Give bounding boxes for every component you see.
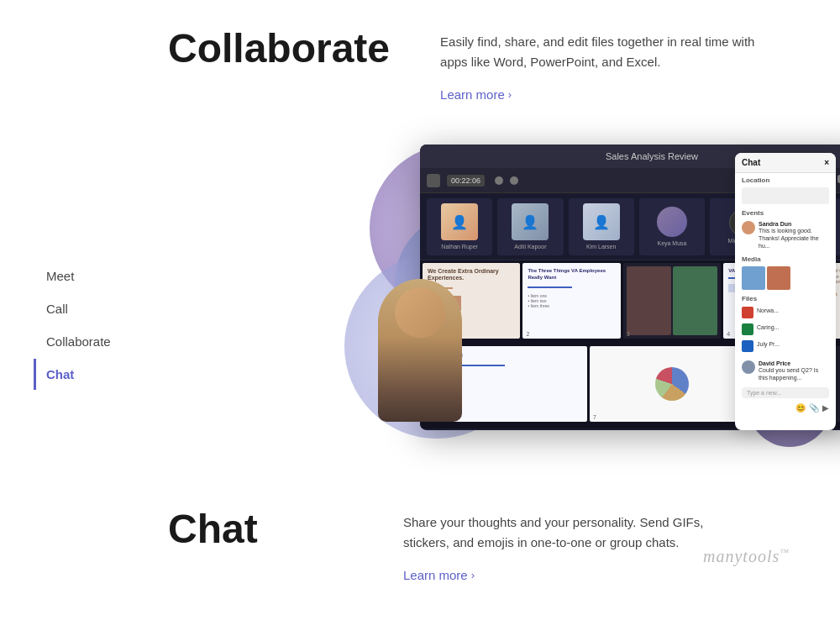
chat-input-area[interactable]: Type a new... [742, 387, 829, 398]
grid-icon [427, 174, 440, 187]
participant-name-2: Aditi Kapoor [514, 244, 546, 250]
collaborate-section: Collaborate Easily find, share, and edit… [134, 0, 840, 119]
file-item-3: July Pr... [735, 338, 836, 355]
chat-panel-title: Chat [742, 158, 760, 167]
sidebar-item-call[interactable]: Call [34, 293, 134, 324]
emoji-icon[interactable]: 😊 [795, 403, 806, 413]
participant-name-1: Nathan Ruper [441, 244, 478, 250]
collaborate-learn-more-text: Learn more [440, 87, 505, 102]
media-thumbnails [735, 265, 836, 292]
file-icon-ppt [742, 307, 753, 318]
participant-avatar-2: 👤 [512, 203, 549, 240]
chat-section-files: Files [735, 292, 836, 304]
attach-icon[interactable]: 📎 [809, 403, 819, 413]
more-icon [495, 176, 503, 185]
chat-learn-more-link[interactable]: Learn more › [403, 568, 475, 582]
person-head [395, 287, 445, 338]
slide-7[interactable]: 7 [590, 346, 754, 422]
sidebar-item-chat[interactable]: Chat [34, 359, 134, 390]
chat-close-icon[interactable]: × [824, 158, 829, 167]
file-icon-docx [742, 340, 753, 352]
chat-panel: Chat × Location Events Sandra Dun This i… [735, 153, 836, 430]
message-item-2: David Price Could you send Q2? Is this h… [735, 358, 836, 384]
file-name-2: Caring... [757, 323, 779, 331]
collaborate-learn-more-link[interactable]: Learn more › [440, 87, 512, 102]
bottom-flex: Chat Share your thoughts and your person… [168, 506, 790, 583]
collaborate-description-area: Easily find, share, and edit files toget… [440, 25, 790, 102]
location-preview [742, 187, 829, 204]
event-avatar-1 [742, 221, 755, 234]
slide-2[interactable]: The Three Things VA Employees Really Wan… [522, 263, 620, 339]
slide-2-num: 2 [526, 331, 529, 337]
message-avatar-2 [742, 360, 755, 374]
slide-3[interactable]: 3 [623, 263, 721, 339]
slide-4-num: 4 [727, 331, 730, 337]
file-item-1: Norwa... [735, 304, 836, 321]
file-name-1: Norwa... [757, 307, 779, 314]
participant-name-4: Keya Musa [657, 240, 686, 246]
chat-section-location: Location [735, 173, 836, 186]
chat-action-icons: 😊 📎 ▶ [735, 402, 836, 414]
hero-area: Sales Analysis Review ─ □ × 00:22:06 Sto… [134, 128, 840, 447]
pie-chart [655, 367, 689, 401]
participant-4: Keya Musa [639, 198, 705, 255]
chat-description-area: Share your thoughts and your personality… [403, 506, 790, 583]
slide-1-headline: We Create Extra Ordinary Experiences. [428, 268, 515, 282]
media-thumb-2 [767, 266, 790, 290]
message-msg-2: Could you send Q2? Is this happening... [759, 366, 829, 381]
chat-title: Chat [168, 506, 353, 552]
watermark: manytools™ [703, 547, 790, 566]
event-item-1: Sandra Dun This is looking good. Thanks!… [735, 218, 836, 252]
chat-description: Share your thoughts and your personality… [403, 512, 722, 553]
slide-2-headline: The Three Things VA Employees Really Wan… [528, 268, 615, 281]
screen-icon [510, 176, 518, 185]
slide-7-num: 7 [593, 414, 596, 420]
sidebar-item-meet[interactable]: Meet [34, 260, 134, 292]
slide-3-photos [623, 263, 721, 339]
photo-2 [673, 266, 717, 335]
collaborate-description: Easily find, share, and edit files toget… [440, 32, 759, 72]
sidebar: Meet Call Collaborate Chat [0, 0, 134, 633]
sidebar-item-collaborate[interactable]: Collaborate [34, 326, 134, 357]
participant-name-3: Kim Larsen [586, 244, 616, 250]
watermark-text: manytools [703, 547, 780, 565]
participant-avatar-1: 👤 [441, 203, 478, 240]
slide-2-line [528, 286, 571, 288]
chevron-right-icon-2: › [471, 569, 475, 581]
message-name-2: David Price [759, 360, 829, 366]
participant-2: 👤 Aditi Kapoor [497, 198, 563, 255]
media-thumb-1 [742, 266, 765, 290]
event-msg-1: This is looking good. Thanks! Appreciate… [759, 227, 829, 250]
event-text-1: Sandra Dun This is looking good. Thanks!… [759, 221, 829, 250]
file-icon-xlsx [742, 323, 753, 335]
slide-2-content: The Three Things VA Employees Really Wan… [522, 263, 620, 339]
participant-avatar-3: 👤 [583, 203, 620, 240]
file-name-3: July Pr... [757, 340, 780, 348]
participant-1: 👤 Nathan Ruper [427, 198, 492, 255]
send-icon[interactable]: ▶ [822, 403, 829, 413]
chat-section-bottom: Chat Share your thoughts and your person… [134, 481, 840, 600]
collaborate-title: Collaborate [168, 25, 390, 71]
person-cutout [378, 279, 462, 422]
watermark-trademark: ™ [780, 547, 790, 557]
main-content: Collaborate Easily find, share, and edit… [134, 0, 840, 633]
chevron-right-icon: › [508, 88, 512, 101]
event-name-1: Sandra Dun [759, 221, 829, 227]
meeting-time: 00:22:06 [447, 175, 485, 187]
chat-section-media: Media [735, 252, 836, 265]
participant-avatar-4 [657, 207, 687, 237]
chat-section-events: Events [735, 206, 836, 218]
chat-panel-header: Chat × [735, 153, 836, 173]
slide-2-bullets: • Item one• Item two• Item three [528, 293, 615, 308]
photo-1 [627, 266, 671, 335]
participant-3: 👤 Kim Larsen [569, 198, 634, 255]
slide-3-num: 3 [627, 331, 630, 337]
chat-input-placeholder: Type a new... [747, 390, 781, 396]
message-text-2: David Price Could you send Q2? Is this h… [759, 360, 829, 381]
file-item-2: Caring... [735, 321, 836, 338]
chat-learn-more-text: Learn more [403, 568, 468, 582]
